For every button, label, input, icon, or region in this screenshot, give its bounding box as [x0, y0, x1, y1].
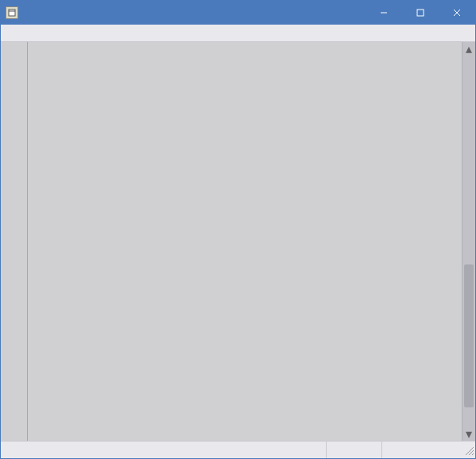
- code-area[interactable]: [28, 42, 462, 441]
- statusbar: [1, 441, 475, 458]
- svg-rect-0: [9, 10, 15, 16]
- status-position: [1, 442, 327, 458]
- menu-search[interactable]: [26, 32, 36, 35]
- maximize-button[interactable]: [402, 1, 439, 25]
- client-area: ▴ ▾: [1, 42, 475, 441]
- editor[interactable]: [1, 42, 462, 441]
- line-number-gutter: [1, 42, 28, 441]
- svg-rect-3: [417, 10, 424, 16]
- status-eol: [382, 442, 461, 458]
- menu-edit[interactable]: [15, 32, 25, 35]
- resize-grip-icon[interactable]: [461, 444, 475, 457]
- menu-file[interactable]: [4, 32, 14, 35]
- scroll-up-button[interactable]: ▴: [462, 42, 475, 56]
- scroll-down-button[interactable]: ▾: [462, 427, 475, 441]
- svg-line-8: [472, 453, 474, 455]
- status-encoding: [327, 442, 382, 458]
- menubar: [1, 25, 475, 42]
- window-controls: [366, 1, 475, 25]
- app-icon: [6, 6, 18, 19]
- menu-view[interactable]: [37, 32, 47, 35]
- scroll-thumb[interactable]: [464, 264, 474, 407]
- vertical-scrollbar[interactable]: ▴ ▾: [462, 42, 475, 441]
- minimize-button[interactable]: [366, 1, 402, 25]
- titlebar[interactable]: [1, 1, 475, 25]
- app-window: ▴ ▾: [0, 0, 476, 459]
- close-button[interactable]: [439, 1, 475, 25]
